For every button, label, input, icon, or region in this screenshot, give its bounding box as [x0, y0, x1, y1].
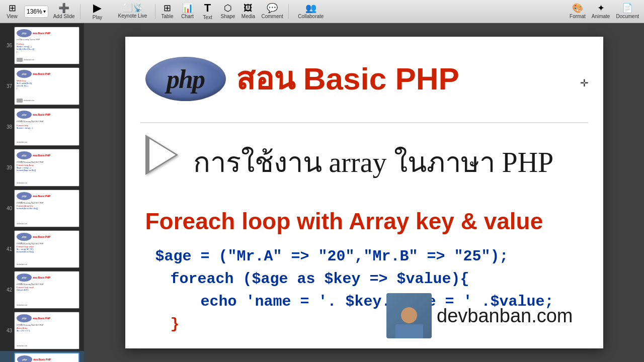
collaborate-button[interactable]: 👥 Collaborate	[291, 1, 331, 23]
slide-thumb-39[interactable]: php สอน Basic PHP การใช้งาน array ในภาษา…	[14, 149, 79, 187]
media-icon: 🖼	[244, 4, 253, 13]
slide-item-44[interactable]: 44 php สอน Basic PHP การใช้งาน array ในภ…	[0, 351, 84, 362]
keynote-live-label: Keynote Live	[118, 13, 147, 19]
format-icon: 🎨	[572, 4, 583, 13]
code-line-2: foreach ($age as $key => $value){	[155, 268, 554, 291]
table-label: Table	[162, 14, 174, 19]
comment-icon: 💬	[267, 4, 278, 13]
animate-button[interactable]: ✦ Animate	[589, 1, 613, 23]
slide-item-39[interactable]: 39 php สอน Basic PHP การใช้งาน array ในภ…	[0, 147, 84, 188]
slide-num-42: 42	[3, 287, 12, 293]
slide-panel: 36 php สอน Basic PHP การใช้งาน array ในภ…	[0, 23, 84, 362]
add-slide-icon: ➕	[58, 4, 69, 13]
animate-icon: ✦	[597, 4, 605, 13]
divider-line	[140, 122, 588, 123]
slide-item-42[interactable]: 42 php สอน Basic PHP การใช้งาน array ในภ…	[0, 269, 84, 310]
format-label: Format	[570, 14, 586, 19]
slide-header: php สอน Basic PHP	[145, 57, 459, 101]
text-button[interactable]: T Text	[198, 1, 218, 23]
separator-3	[288, 4, 289, 19]
format-button[interactable]: 🎨 Format	[567, 1, 589, 23]
zoom-value: 136%	[27, 8, 42, 15]
document-icon: 📄	[622, 4, 633, 13]
slide-thumb-37[interactable]: php สอน Basic PHP While loop $i=0; while…	[14, 67, 79, 105]
slide-item-43[interactable]: 43 php สอน Basic PHP การใช้งาน array ในภ…	[0, 310, 84, 351]
chart-label: Chart	[181, 14, 193, 19]
media-button[interactable]: 🖼 Media	[238, 1, 258, 23]
foreach-title: Foreach loop with Array key & value	[145, 208, 583, 235]
comment-label: Comment	[261, 14, 283, 19]
slide-num-43: 43	[3, 328, 12, 333]
slide-thumb-36[interactable]: php สอน Basic PHP การใช้งาน array ในภาษา…	[14, 27, 79, 64]
view-button[interactable]: ⊞ View	[2, 1, 22, 23]
table-icon: ⊞	[164, 4, 171, 13]
play-label: Play	[93, 15, 102, 20]
zoom-chevron: ▾	[43, 9, 46, 14]
slide-thumb-44[interactable]: php สอน Basic PHP การใช้งาน array ในภาษา…	[14, 352, 79, 362]
slide-num-40: 40	[3, 206, 12, 211]
play-arrow-shape	[145, 135, 178, 175]
document-label: Document	[616, 14, 639, 19]
chart-button[interactable]: 📊 Chart	[178, 1, 198, 23]
add-slide-label: Add Slide	[53, 14, 75, 19]
collaborate-icon: 👥	[305, 4, 316, 13]
comment-button[interactable]: 💬 Comment	[258, 1, 286, 23]
slide-thumb-40[interactable]: php สอน Basic PHP การใช้งาน array ในภาษา…	[14, 190, 79, 227]
slide-thumb-38[interactable]: php สอน Basic PHP การใช้งาน array ในภาษา…	[14, 108, 79, 146]
slide-thumb-43[interactable]: php สอน Basic PHP การใช้งาน array ในภาษา…	[14, 312, 79, 349]
shape-icon: ⬡	[224, 4, 232, 13]
php-logo: php	[145, 57, 226, 101]
slide-main-title: สอน Basic PHP	[236, 62, 459, 96]
animate-label: Animate	[592, 14, 610, 19]
text-label: Text	[203, 15, 212, 20]
slide-num-41: 41	[3, 246, 12, 252]
keynote-live-icon: ⬜📡	[123, 4, 143, 12]
slide-item-38[interactable]: 38 php สอน Basic PHP การใช้งาน array ในภ…	[0, 107, 84, 147]
view-label: View	[7, 14, 18, 19]
separator-2	[155, 4, 155, 19]
add-slide-button[interactable]: ➕ Add Slide	[50, 1, 78, 23]
slide-num-39: 39	[3, 165, 12, 170]
separator-1	[80, 4, 80, 19]
media-label: Media	[242, 14, 255, 19]
shape-button[interactable]: ⬡ Shape	[218, 1, 238, 23]
text-icon: T	[204, 3, 211, 14]
slide-canvas[interactable]: php สอน Basic PHP การใช้งาน array ในภาษา…	[125, 37, 603, 348]
php-logo-text: php	[167, 64, 204, 94]
code-line-1: $age = ("Mr.A" => "20","Mr.B" => "25");	[155, 245, 554, 268]
slide-item-37[interactable]: 37 php สอน Basic PHP While loop $i=0; wh…	[0, 66, 84, 107]
table-button[interactable]: ⊞ Table	[157, 1, 178, 23]
keynote-live-button[interactable]: ⬜📡 Keynote Live	[113, 1, 153, 23]
slide-thumb-41[interactable]: php สอน Basic PHP การใช้งาน array ในภาษา…	[14, 230, 79, 268]
play-arrow	[145, 135, 186, 185]
toolbar: ⊞ View 136% ▾ ➕ Add Slide ▶ Play ⬜📡 Keyn…	[0, 0, 644, 23]
play-icon: ▶	[93, 3, 102, 14]
chart-icon: 📊	[182, 4, 193, 13]
zoom-control[interactable]: 136% ▾	[24, 6, 48, 18]
avatar-image	[386, 293, 432, 338]
slide-num-38: 38	[3, 124, 12, 130]
watermark-text: devbanban.com	[437, 305, 573, 327]
slide-subtitle: การใช้งาน array ในภาษา PHP	[193, 140, 554, 185]
slide-thumb-42[interactable]: php สอน Basic PHP การใช้งาน array ในภาษา…	[14, 271, 79, 309]
slide-item-41[interactable]: 41 php สอน Basic PHP การใช้งาน array ในภ…	[0, 229, 84, 269]
document-button[interactable]: 📄 Document	[613, 1, 642, 23]
slide-item-40[interactable]: 40 php สอน Basic PHP การใช้งาน array ในภ…	[0, 188, 84, 229]
collaborate-label: Collaborate	[298, 14, 324, 19]
slide-num-37: 37	[3, 83, 12, 89]
play-button[interactable]: ▶ Play	[83, 1, 113, 23]
slide-item-36[interactable]: 36 php สอน Basic PHP การใช้งาน array ในภ…	[0, 25, 84, 66]
cursor-indicator: ✛	[580, 77, 588, 87]
view-icon: ⊞	[9, 4, 16, 13]
avatar-section: devbanban.com	[386, 293, 573, 338]
avatar-person	[394, 303, 424, 338]
slide-num-36: 36	[3, 43, 12, 48]
shape-label: Shape	[221, 14, 235, 19]
main-area: php สอน Basic PHP การใช้งาน array ในภาษา…	[84, 23, 644, 362]
